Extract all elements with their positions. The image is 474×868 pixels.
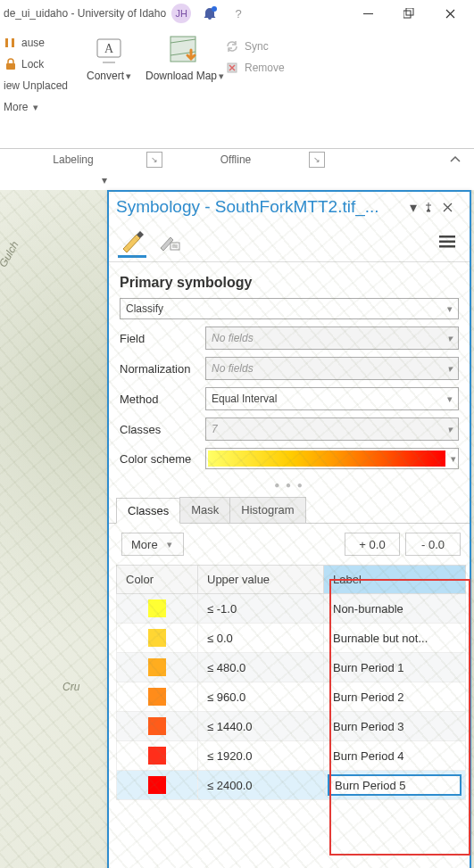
download-map-button[interactable]: Download Map <box>145 32 225 148</box>
color-swatch[interactable] <box>148 776 166 794</box>
label-cell[interactable]: Burnable but not... <box>324 624 466 653</box>
color-cell[interactable] <box>117 741 198 771</box>
color-swatch[interactable] <box>148 688 166 706</box>
table-row[interactable]: ≤ 1440.0Burn Period 3 <box>117 712 466 741</box>
ribbon-labeling-group: ause Lock iew Unplaced More <box>0 32 73 148</box>
classes-dropdown[interactable]: 7▾ <box>205 417 459 441</box>
window-minimize-button[interactable] <box>347 0 388 27</box>
classes-more-label: More <box>131 538 158 551</box>
document-dropdown[interactable]: ▾ <box>0 174 112 186</box>
method-value: Equal Interval <box>212 393 277 405</box>
panel-grip[interactable]: ● ● ● <box>109 476 470 493</box>
svg-rect-13 <box>439 245 455 248</box>
window-restore-button[interactable] <box>388 0 429 27</box>
offline-group-label: Offline <box>162 153 309 166</box>
precision-decrease-button[interactable]: - 0.0 <box>405 533 461 556</box>
user-badge[interactable]: JH <box>171 4 191 23</box>
col-upper[interactable]: Upper value <box>198 566 324 594</box>
lower-tabs: Classes Mask Histogram <box>109 497 470 524</box>
convert-icon: A <box>90 32 128 70</box>
ribbon-footer: Labeling ↘ Offline ↘ <box>0 149 474 170</box>
view-unplaced-button[interactable]: iew Unplaced <box>2 75 68 96</box>
classes-toolbar: More▾ + 0.0 - 0.0 <box>109 524 470 565</box>
window-close-button[interactable] <box>429 0 470 27</box>
title-bar: de_ui_uidaho - University of Idaho JH ? <box>0 0 474 27</box>
table-row[interactable]: ≤ 1920.0Burn Period 4 <box>117 741 466 771</box>
upper-value-cell[interactable]: ≤ 480.0 <box>198 653 324 682</box>
field-label: Field <box>120 332 205 345</box>
classes-table: Color Upper value Label ≤ -1.0Non-burnab… <box>116 565 466 800</box>
color-cell[interactable] <box>117 771 198 800</box>
color-cell[interactable] <box>117 712 198 741</box>
upper-value-cell[interactable]: ≤ 1440.0 <box>198 712 324 741</box>
color-scheme-dropdown[interactable]: ▾ <box>205 448 459 469</box>
notification-icon[interactable] <box>200 4 220 23</box>
panel-menu-button[interactable]: ▾ <box>403 199 423 216</box>
classes-value: 7 <box>212 423 218 435</box>
panel-icon-tabs <box>109 222 470 262</box>
ribbon-offline-group: Sync Remove <box>225 32 323 148</box>
panel-pin-button[interactable] <box>423 202 443 212</box>
color-swatch[interactable] <box>148 599 166 617</box>
sync-label: Sync <box>245 40 269 53</box>
view-unplaced-label: iew Unplaced <box>4 79 68 92</box>
tab-mask[interactable]: Mask <box>179 497 230 523</box>
vary-symbology-tab-icon[interactable] <box>155 227 184 256</box>
field-dropdown[interactable]: No fields▾ <box>205 327 459 350</box>
label-edit-input[interactable] <box>328 774 462 796</box>
table-row[interactable]: ≤ 480.0Burn Period 1 <box>117 653 466 682</box>
label-cell[interactable]: Burn Period 4 <box>324 741 466 771</box>
pause-button[interactable]: ause <box>2 32 45 54</box>
classes-more-button[interactable]: More▾ <box>121 533 184 556</box>
map-view[interactable]: Gulch Cru Symbology - SouthForkMTT2.tif_… <box>0 190 474 868</box>
more-button[interactable]: More <box>2 96 38 118</box>
classes-label: Classes <box>120 423 205 436</box>
table-row[interactable]: ≤ -1.0Non-burnable <box>117 594 466 624</box>
upper-value-cell[interactable]: ≤ 0.0 <box>198 624 324 653</box>
help-icon[interactable]: ? <box>229 4 248 23</box>
tab-histogram[interactable]: Histogram <box>229 497 305 523</box>
table-row[interactable]: ≤ 0.0Burnable but not... <box>117 624 466 653</box>
primary-symbology-tab-icon[interactable] <box>118 227 146 258</box>
label-cell[interactable]: Non-burnable <box>324 594 466 624</box>
col-label[interactable]: Label <box>324 566 466 594</box>
color-cell[interactable] <box>117 624 198 653</box>
upper-value-cell[interactable]: ≤ -1.0 <box>198 594 324 624</box>
window-title: de_ui_uidaho - University of Idaho <box>4 7 166 20</box>
col-color[interactable]: Color <box>117 566 198 594</box>
upper-value-cell[interactable]: ≤ 1920.0 <box>198 741 324 771</box>
convert-button[interactable]: A Convert <box>73 32 145 148</box>
color-cell[interactable] <box>117 594 198 624</box>
label-cell[interactable]: Burn Period 3 <box>324 712 466 741</box>
table-row[interactable]: ≤ 960.0Burn Period 2 <box>117 682 466 712</box>
normalization-label: Normalization <box>120 362 205 376</box>
panel-options-button[interactable] <box>439 235 461 249</box>
ribbon: ause Lock iew Unplaced More A Convert Do… <box>0 27 474 149</box>
method-label: Method <box>120 393 205 406</box>
precision-increase-button[interactable]: + 0.0 <box>345 533 400 556</box>
collapse-ribbon-button[interactable] <box>449 153 474 166</box>
svg-rect-0 <box>363 13 373 14</box>
offline-launcher[interactable]: ↘ <box>309 152 325 168</box>
label-cell[interactable] <box>324 771 466 800</box>
color-swatch[interactable] <box>148 658 166 676</box>
color-cell[interactable] <box>117 682 198 712</box>
labeling-launcher[interactable]: ↘ <box>146 152 162 168</box>
symbology-type-dropdown[interactable]: Classify ▾ <box>120 298 459 319</box>
color-swatch[interactable] <box>148 717 166 735</box>
download-map-icon <box>166 32 204 70</box>
upper-value-cell[interactable]: ≤ 2400.0 <box>198 771 324 800</box>
color-cell[interactable] <box>117 653 198 682</box>
tab-classes[interactable]: Classes <box>116 498 180 524</box>
panel-close-button[interactable] <box>443 203 462 212</box>
color-swatch[interactable] <box>148 629 166 647</box>
upper-value-cell[interactable]: ≤ 960.0 <box>198 682 324 712</box>
label-cell[interactable]: Burn Period 1 <box>324 653 466 682</box>
color-swatch[interactable] <box>148 747 166 765</box>
label-cell[interactable]: Burn Period 2 <box>324 682 466 712</box>
table-row[interactable]: ≤ 2400.0 <box>117 771 466 800</box>
method-dropdown[interactable]: Equal Interval▾ <box>205 387 459 410</box>
normalization-dropdown[interactable]: No fields▾ <box>205 357 459 380</box>
lock-button[interactable]: Lock <box>2 54 44 75</box>
symbology-panel: Symbology - SouthForkMTT2.tif_... ▾ <box>107 190 471 868</box>
